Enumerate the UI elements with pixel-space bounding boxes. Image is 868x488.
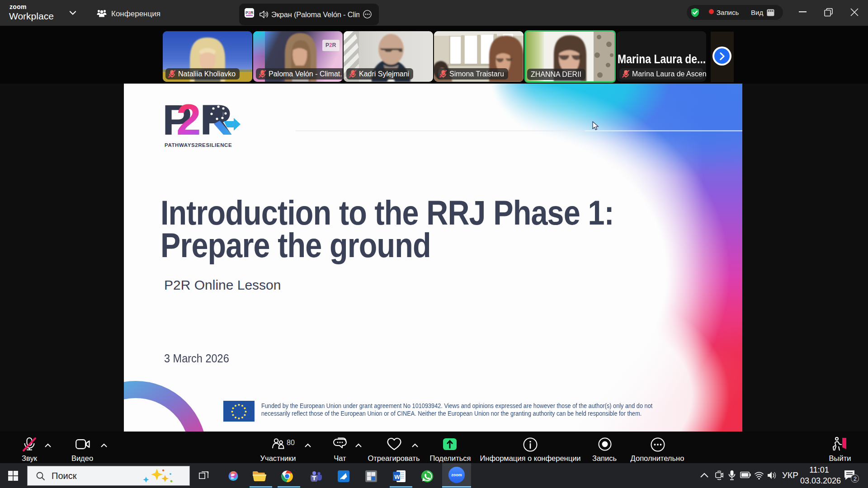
svg-text:P2R: P2R — [326, 42, 336, 48]
svg-text:2: 2 — [176, 95, 201, 144]
svg-text:P2R: P2R — [245, 10, 254, 15]
svg-text:W: W — [394, 474, 400, 480]
svg-text:2: 2 — [854, 475, 857, 482]
svg-text:PATHWAYS2RESILIENCE: PATHWAYS2RESILIENCE — [165, 142, 232, 148]
